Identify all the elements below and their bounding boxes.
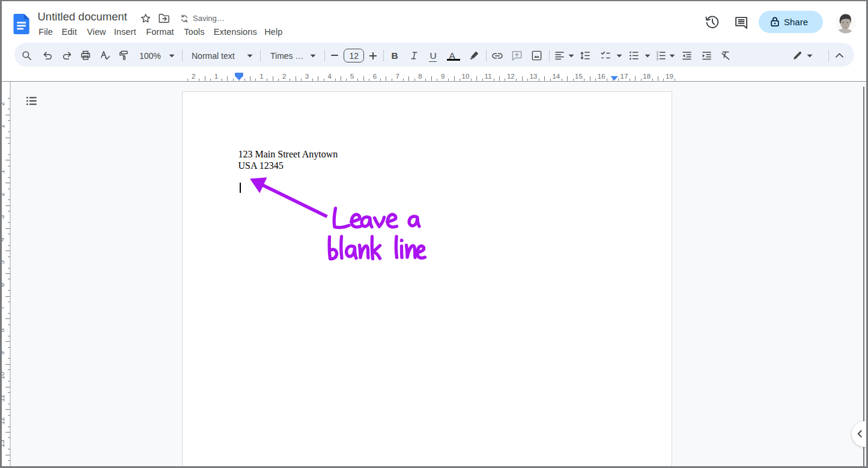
svg-text:13: 13 [530,73,538,80]
svg-text:2: 2 [282,73,286,80]
svg-text:15: 15 [575,73,583,80]
svg-text:1: 1 [259,73,263,80]
svg-text:2: 2 [192,73,195,80]
svg-text:5: 5 [350,73,354,80]
svg-text:8: 8 [418,73,422,80]
svg-text:19: 19 [666,73,673,80]
svg-text:11: 11 [485,73,492,80]
svg-text:3: 3 [656,57,658,61]
svg-text:4: 4 [327,73,332,80]
svg-text:6: 6 [373,73,377,80]
svg-text:9: 9 [441,73,445,80]
svg-text:3: 3 [305,73,309,80]
svg-text:10: 10 [462,73,470,80]
svg-text:17: 17 [621,73,628,80]
svg-text:18: 18 [643,73,651,80]
svg-text:14: 14 [552,73,560,80]
svg-text:1: 1 [214,73,218,80]
svg-text:12: 12 [507,73,515,80]
svg-text:7: 7 [395,73,399,80]
svg-text:16: 16 [598,73,605,80]
